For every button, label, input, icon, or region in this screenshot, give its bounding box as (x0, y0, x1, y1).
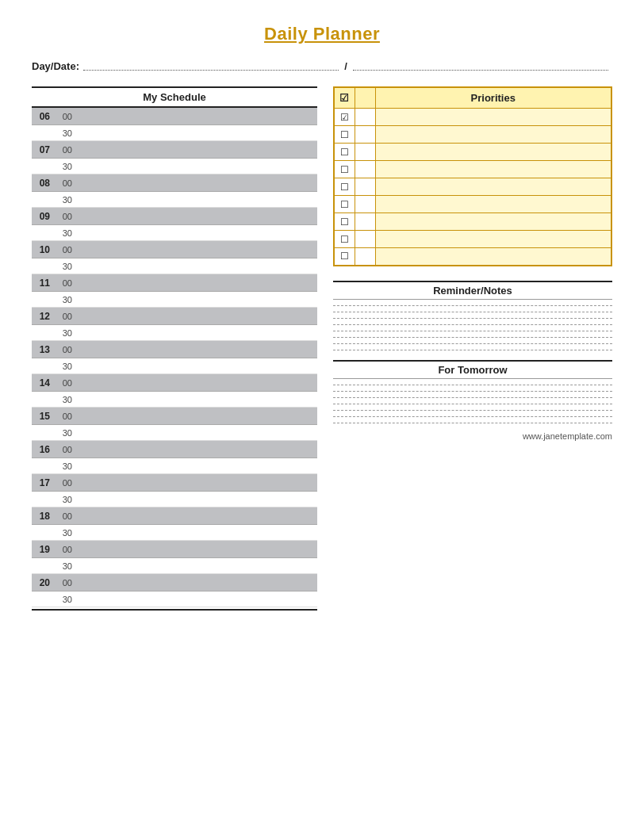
schedule-line (76, 358, 317, 373)
reminder-line (333, 305, 612, 306)
priority-text[interactable] (375, 213, 611, 231)
reminder-lines (333, 305, 612, 350)
priority-text[interactable] (375, 161, 611, 178)
schedule-line (76, 325, 317, 340)
schedule-line (76, 208, 317, 224)
priority-text[interactable] (375, 248, 611, 266)
minute-label (32, 561, 54, 571)
priority-number (355, 178, 375, 196)
priority-checkbox[interactable]: ☐ (334, 126, 355, 144)
hour-label: 18 (32, 511, 54, 522)
schedule-hour-row: 08 00 (32, 174, 317, 192)
half-minute-label: 30 (54, 228, 76, 238)
half-minute-label: 30 (54, 561, 76, 571)
footer-url: www.janetemplate.com (333, 431, 612, 441)
half-minute-label: 30 (54, 528, 76, 538)
priority-checkbox[interactable]: ☑ (334, 109, 355, 126)
schedule-header: My Schedule (32, 86, 317, 108)
priority-text[interactable] (375, 178, 611, 196)
minute-label (32, 328, 54, 338)
hour-label: 08 (32, 178, 54, 189)
priority-number (355, 231, 375, 248)
hour-label: 20 (32, 577, 54, 588)
half-minute-label: 30 (54, 595, 76, 604)
priority-row: ☐ (334, 178, 611, 196)
slash: / (344, 60, 347, 72)
priorities-table: ☑ Priorities ☑ ☐ ☐ ☐ ☐ (333, 86, 612, 266)
tomorrow-lines (333, 385, 612, 423)
minute-label: 00 (54, 178, 76, 188)
schedule-section: My Schedule 06 00 30 07 00 30 08 00 (32, 86, 317, 611)
half-minute-label: 30 (54, 295, 76, 304)
priority-row: ☑ (334, 109, 611, 126)
half-minute-label: 30 (54, 461, 76, 471)
priority-text[interactable] (375, 126, 611, 144)
minute-label: 00 (54, 378, 76, 388)
tomorrow-line (333, 410, 612, 411)
schedule-hour-row: 09 00 (32, 208, 317, 225)
schedule-line (76, 441, 317, 458)
half-minute-label: 30 (54, 395, 76, 404)
schedule-half-row: 30 (32, 392, 317, 408)
main-content: My Schedule 06 00 30 07 00 30 08 00 (32, 86, 612, 611)
schedule-line (76, 574, 317, 591)
priority-number (355, 248, 375, 266)
hour-label: 12 (32, 311, 54, 322)
schedule-hour-row: 12 00 (32, 308, 317, 325)
priority-text[interactable] (375, 109, 611, 126)
priority-checkbox[interactable]: ☐ (334, 144, 355, 161)
page-title: Daily Planner (32, 24, 612, 44)
hour-label: 11 (32, 278, 54, 289)
priority-text[interactable] (375, 196, 611, 213)
schedule-line (76, 258, 317, 274)
tomorrow-line (333, 385, 612, 385)
schedule-line (76, 225, 317, 240)
schedule-line (76, 408, 317, 424)
priority-checkbox[interactable]: ☐ (334, 248, 355, 266)
tomorrow-title: For Tomorrow (333, 360, 612, 379)
schedule-hour-row: 07 00 (32, 141, 317, 159)
half-minute-label: 30 (54, 362, 76, 371)
tomorrow-section: For Tomorrow (333, 360, 612, 423)
reminder-section: Reminder/Notes (333, 281, 612, 350)
schedule-line (76, 174, 317, 191)
schedule-line (76, 592, 317, 607)
minute-label: 00 (54, 212, 76, 221)
priority-row: ☐ (334, 231, 611, 248)
schedule-line (76, 341, 317, 358)
schedule-hour-row: 15 00 (32, 408, 317, 425)
schedule-hour-row: 19 00 (32, 541, 317, 558)
minute-label: 00 (54, 445, 76, 454)
priority-checkbox[interactable]: ☐ (334, 161, 355, 178)
priority-checkbox[interactable]: ☐ (334, 213, 355, 231)
reminder-line (333, 343, 612, 344)
tomorrow-line (333, 423, 612, 423)
minute-label (32, 195, 54, 205)
schedule-half-row: 30 (32, 492, 317, 507)
priority-text[interactable] (375, 231, 611, 248)
schedule-half-row: 30 (32, 159, 317, 174)
minute-label (32, 362, 54, 371)
schedule-hour-row: 16 00 (32, 441, 317, 458)
priority-checkbox[interactable]: ☐ (334, 231, 355, 248)
schedule-rows: 06 00 30 07 00 30 08 00 30 (32, 108, 317, 607)
minute-label (32, 428, 54, 438)
schedule-line (76, 492, 317, 507)
reminder-line (333, 324, 612, 325)
schedule-hour-row: 11 00 (32, 274, 317, 292)
priority-checkbox[interactable]: ☐ (334, 178, 355, 196)
schedule-line (76, 525, 317, 540)
priority-row: ☐ (334, 144, 611, 161)
minute-label: 00 (54, 278, 76, 288)
schedule-half-row: 30 (32, 425, 317, 441)
reminder-line (333, 350, 612, 350)
day-dots (83, 63, 339, 71)
minute-label (32, 262, 54, 271)
priority-text[interactable] (375, 144, 611, 161)
schedule-line (76, 292, 317, 307)
hour-label: 19 (32, 544, 54, 555)
date-dots (353, 63, 608, 71)
schedule-half-row: 30 (32, 458, 317, 474)
priority-checkbox[interactable]: ☐ (334, 196, 355, 213)
day-date-label: Day/Date: (32, 60, 79, 72)
